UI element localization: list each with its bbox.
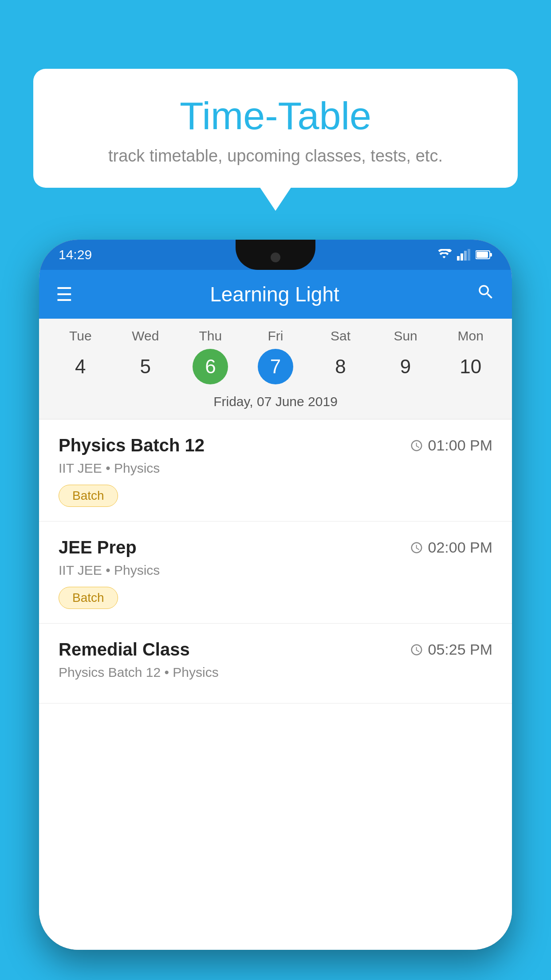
schedule-item-2[interactable]: Remedial Class05:25 PMPhysics Batch 12 •…: [39, 624, 512, 703]
svg-rect-0: [457, 256, 460, 261]
day-number: 10: [453, 349, 488, 384]
schedule-list: Physics Batch 1201:00 PMIIT JEE • Physic…: [39, 419, 512, 950]
schedule-item-header: JEE Prep02:00 PM: [59, 537, 492, 557]
hamburger-icon[interactable]: ☰: [56, 284, 73, 305]
schedule-item-1[interactable]: JEE Prep02:00 PMIIT JEE • PhysicsBatch: [39, 522, 512, 624]
status-icons: [437, 249, 492, 261]
day-col-mon[interactable]: Mon10: [446, 328, 495, 384]
bubble-title: Time-Table: [60, 93, 491, 138]
day-label: Sat: [331, 328, 350, 344]
camera-dot: [271, 253, 280, 262]
day-number: 9: [388, 349, 423, 384]
day-number: 8: [323, 349, 358, 384]
schedule-time: 01:00 PM: [410, 437, 492, 454]
clock-icon: [410, 439, 423, 452]
svg-rect-5: [490, 253, 492, 257]
batch-badge: Batch: [59, 587, 118, 609]
schedule-title: Physics Batch 12: [59, 435, 205, 455]
day-label: Fri: [268, 328, 283, 344]
day-col-sun[interactable]: Sun9: [381, 328, 430, 384]
schedule-time: 05:25 PM: [410, 641, 492, 658]
day-label: Wed: [132, 328, 159, 344]
wifi-icon: [437, 249, 452, 261]
svg-rect-1: [460, 253, 463, 261]
day-col-wed[interactable]: Wed5: [121, 328, 170, 384]
speech-bubble: Time-Table track timetable, upcoming cla…: [33, 69, 518, 188]
search-button[interactable]: [476, 283, 495, 306]
notch: [236, 240, 315, 270]
days-row: Tue4Wed5Thu6Fri7Sat8Sun9Mon10: [39, 319, 512, 388]
day-col-fri[interactable]: Fri7: [251, 328, 300, 384]
schedule-item-header: Physics Batch 1201:00 PM: [59, 435, 492, 455]
clock-icon: [410, 643, 423, 656]
day-number: 4: [63, 349, 98, 384]
phone-body: 14:29: [39, 240, 512, 950]
selected-date: Friday, 07 June 2019: [39, 388, 512, 419]
calendar-strip: Tue4Wed5Thu6Fri7Sat8Sun9Mon10 Friday, 07…: [39, 319, 512, 419]
day-number: 6: [193, 349, 228, 384]
schedule-item-header: Remedial Class05:25 PM: [59, 640, 492, 660]
status-time: 14:29: [59, 247, 92, 262]
status-bar: 14:29: [39, 240, 512, 270]
schedule-subtitle: IIT JEE • Physics: [59, 563, 492, 578]
phone-mockup: 14:29: [39, 240, 512, 980]
svg-rect-2: [464, 251, 467, 261]
batch-badge: Batch: [59, 485, 118, 507]
app-bar: ☰ Learning Light: [39, 270, 512, 319]
clock-icon: [410, 541, 423, 554]
battery-icon: [476, 250, 492, 260]
schedule-title: JEE Prep: [59, 537, 137, 557]
schedule-title: Remedial Class: [59, 640, 190, 660]
day-label: Mon: [457, 328, 483, 344]
bubble-subtitle: track timetable, upcoming classes, tests…: [60, 146, 491, 166]
day-label: Sun: [394, 328, 417, 344]
day-col-tue[interactable]: Tue4: [56, 328, 105, 384]
schedule-time: 02:00 PM: [410, 539, 492, 556]
day-col-sat[interactable]: Sat8: [316, 328, 365, 384]
day-label: Tue: [69, 328, 92, 344]
signal-icon: [457, 249, 470, 261]
day-col-thu[interactable]: Thu6: [186, 328, 235, 384]
schedule-item-0[interactable]: Physics Batch 1201:00 PMIIT JEE • Physic…: [39, 419, 512, 522]
svg-rect-3: [468, 249, 470, 261]
svg-rect-6: [476, 252, 488, 258]
phone-screen: 14:29: [39, 240, 512, 950]
schedule-subtitle: Physics Batch 12 • Physics: [59, 665, 492, 680]
day-number: 5: [128, 349, 163, 384]
day-number: 7: [258, 349, 293, 384]
day-label: Thu: [199, 328, 222, 344]
schedule-subtitle: IIT JEE • Physics: [59, 461, 492, 476]
app-title: Learning Light: [87, 282, 462, 306]
